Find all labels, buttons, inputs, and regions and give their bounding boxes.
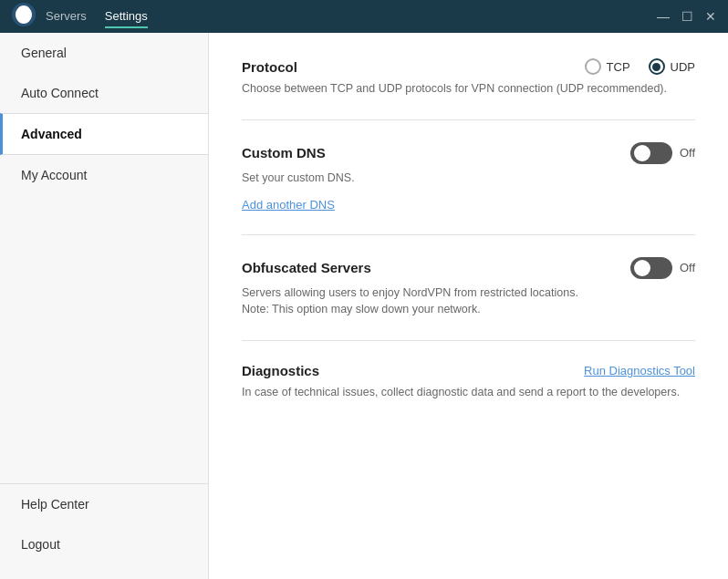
app-logo [11, 2, 36, 31]
custom-dns-toggle-label: Off [680, 146, 695, 160]
sidebar-bottom: Help Center Logout [0, 483, 208, 579]
protocol-section: Protocol TCP UDP Choose between TCP and … [242, 58, 695, 120]
protocol-title: Protocol [242, 59, 297, 75]
obfuscated-toggle-label: Off [680, 261, 695, 274]
sidebar-item-helpcenter[interactable]: Help Center [0, 484, 208, 524]
sidebar-item-autoconnect[interactable]: Auto Connect [0, 73, 208, 113]
tcp-radio-circle[interactable] [585, 58, 601, 75]
title-bar-nav: Servers Settings [46, 5, 657, 28]
diagnostics-desc: In case of technical issues, collect dia… [242, 384, 695, 401]
app-body: General Auto Connect Advanced My Account… [0, 33, 728, 579]
diagnostics-section: Diagnostics Run Diagnostics Tool In case… [242, 363, 695, 423]
udp-label: UDP [671, 60, 695, 74]
main-content: Protocol TCP UDP Choose between TCP and … [209, 33, 728, 579]
custom-dns-toggle[interactable] [630, 142, 672, 164]
obfuscated-toggle-container: Off [630, 257, 695, 279]
sidebar-item-advanced[interactable]: Advanced [0, 113, 208, 155]
protocol-desc: Choose between TCP and UDP protocols for… [242, 80, 695, 98]
minimize-button[interactable]: — [657, 10, 670, 23]
custom-dns-desc: Set your custom DNS. [242, 170, 695, 187]
radio-udp[interactable]: UDP [649, 58, 695, 75]
sidebar-item-general[interactable]: General [0, 33, 208, 73]
custom-dns-toggle-container: Off [630, 142, 695, 164]
maximize-button[interactable]: ☐ [681, 10, 693, 23]
add-another-dns-link[interactable]: Add another DNS [242, 198, 335, 212]
obfuscated-servers-toggle[interactable] [630, 257, 672, 279]
obfuscated-servers-title: Obfuscated Servers [242, 260, 371, 275]
sidebar: General Auto Connect Advanced My Account… [0, 33, 209, 579]
sidebar-top: General Auto Connect Advanced My Account [0, 33, 208, 483]
custom-dns-header: Custom DNS Off [242, 142, 695, 164]
tcp-label: TCP [607, 60, 630, 74]
obfuscated-servers-header: Obfuscated Servers Off [242, 257, 695, 279]
protocol-header: Protocol TCP UDP [242, 58, 695, 75]
radio-tcp[interactable]: TCP [585, 58, 630, 75]
nav-servers[interactable]: Servers [46, 5, 87, 28]
sidebar-item-logout[interactable]: Logout [0, 524, 208, 564]
custom-dns-title: Custom DNS [242, 145, 326, 160]
close-button[interactable]: ✕ [704, 10, 717, 23]
sidebar-item-myaccount[interactable]: My Account [0, 155, 208, 195]
udp-radio-circle[interactable] [649, 58, 665, 75]
run-diagnostics-button[interactable]: Run Diagnostics Tool [584, 364, 695, 377]
custom-dns-section: Custom DNS Off Set your custom DNS. Add … [242, 142, 695, 235]
diagnostics-header: Diagnostics Run Diagnostics Tool [242, 363, 695, 378]
title-bar: Servers Settings — ☐ ✕ [0, 0, 728, 33]
window-controls: — ☐ ✕ [657, 10, 717, 23]
protocol-options: TCP UDP [585, 58, 695, 75]
obfuscated-servers-section: Obfuscated Servers Off Servers allowing … [242, 257, 695, 342]
nav-settings[interactable]: Settings [105, 5, 148, 28]
diagnostics-title: Diagnostics [242, 363, 319, 378]
obfuscated-servers-desc: Servers allowing users to enjoy NordVPN … [242, 284, 695, 319]
